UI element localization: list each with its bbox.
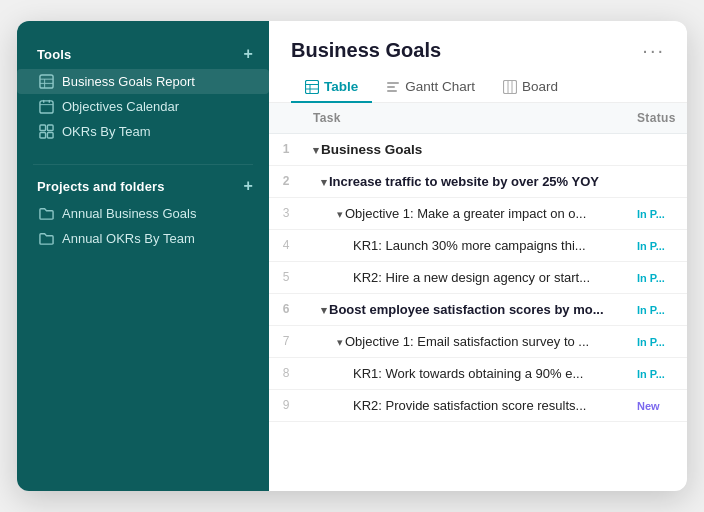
- more-options-button[interactable]: ···: [642, 39, 665, 62]
- table-row: 7▾ Objective 1: Email satisfaction surve…: [269, 325, 687, 357]
- svg-rect-11: [47, 132, 53, 138]
- tasks-table: Task Status 1▾ Business Goals2▾ Increase…: [269, 103, 687, 422]
- status-text: In P...: [637, 304, 665, 316]
- status-badge: In P...: [627, 293, 687, 325]
- row-number: 5: [269, 261, 303, 293]
- tab-gantt-label: Gantt Chart: [405, 79, 475, 94]
- folder-icon: [39, 206, 54, 221]
- chevron-icon[interactable]: ▾: [313, 144, 319, 157]
- svg-rect-12: [306, 80, 319, 93]
- projects-section: Projects and folders + Annual Business G…: [17, 171, 269, 265]
- task-label: Increase traffic to website by over 25% …: [329, 174, 599, 189]
- tab-gantt-chart[interactable]: Gantt Chart: [372, 72, 489, 103]
- sidebar: Tools + Business Goals Report: [17, 21, 269, 491]
- svg-rect-19: [504, 80, 517, 93]
- projects-section-header: Projects and folders +: [17, 171, 269, 201]
- task-cell[interactable]: ▾ Objective 1: Make a greater impact on …: [303, 197, 627, 229]
- status-badge: [627, 133, 687, 165]
- task-label: KR2: Provide satisfaction score results.…: [353, 398, 586, 413]
- status-badge: New: [627, 389, 687, 421]
- table-row: 2▾ Increase traffic to website by over 2…: [269, 165, 687, 197]
- sidebar-item-annual-okrs-by-team[interactable]: Annual OKRs By Team: [17, 226, 269, 251]
- task-cell[interactable]: ▾ Increase traffic to website by over 25…: [303, 165, 627, 197]
- row-number: 6: [269, 293, 303, 325]
- table-row: 8KR1: Work towards obtaining a 90% e...I…: [269, 357, 687, 389]
- board-tab-icon: [503, 80, 517, 94]
- chevron-icon[interactable]: ▾: [321, 304, 327, 317]
- svg-rect-16: [387, 82, 399, 84]
- status-text: In P...: [637, 272, 665, 284]
- col-task: Task: [303, 103, 627, 134]
- sidebar-item-business-goals-report[interactable]: Business Goals Report: [17, 69, 269, 94]
- tab-board[interactable]: Board: [489, 72, 572, 103]
- sidebar-item-label: Annual OKRs By Team: [62, 231, 195, 246]
- task-cell[interactable]: KR2: Provide satisfaction score results.…: [303, 389, 627, 421]
- chevron-icon[interactable]: ▾: [321, 176, 327, 189]
- sidebar-item-annual-business-goals[interactable]: Annual Business Goals: [17, 201, 269, 226]
- task-cell[interactable]: ▾ Business Goals: [303, 133, 627, 165]
- folder-icon: [39, 231, 54, 246]
- table-area: Task Status 1▾ Business Goals2▾ Increase…: [269, 103, 687, 492]
- table-row: 1▾ Business Goals: [269, 133, 687, 165]
- tools-label: Tools: [37, 47, 71, 62]
- table-row: 5KR2: Hire a new design agency or start.…: [269, 261, 687, 293]
- row-number: 1: [269, 133, 303, 165]
- tabs-bar: Table Gantt Chart Board: [269, 62, 687, 103]
- sidebar-item-label: Objectives Calendar: [62, 99, 179, 114]
- task-label: Objective 1: Make a greater impact on o.…: [345, 206, 586, 221]
- projects-add-button[interactable]: +: [244, 177, 253, 195]
- table-tab-icon: [305, 80, 319, 94]
- grid-icon: [39, 124, 54, 139]
- svg-rect-8: [40, 125, 46, 131]
- projects-label: Projects and folders: [37, 179, 165, 194]
- table-row: 6▾ Boost employee satisfaction scores by…: [269, 293, 687, 325]
- row-number: 4: [269, 229, 303, 261]
- task-cell[interactable]: KR1: Work towards obtaining a 90% e...: [303, 357, 627, 389]
- status-text: New: [637, 400, 660, 412]
- sidebar-item-label: OKRs By Team: [62, 124, 151, 139]
- row-number: 8: [269, 357, 303, 389]
- table-row: 3▾ Objective 1: Make a greater impact on…: [269, 197, 687, 229]
- task-label: Boost employee satisfaction scores by mo…: [329, 302, 604, 317]
- status-badge: In P...: [627, 229, 687, 261]
- table-icon: [39, 74, 54, 89]
- task-cell[interactable]: KR2: Hire a new design agency or start..…: [303, 261, 627, 293]
- task-cell[interactable]: ▾ Boost employee satisfaction scores by …: [303, 293, 627, 325]
- tab-table[interactable]: Table: [291, 72, 372, 103]
- sidebar-item-label: Business Goals Report: [62, 74, 195, 89]
- tools-section: Tools + Business Goals Report: [17, 39, 269, 158]
- col-status: Status: [627, 103, 687, 134]
- task-cell[interactable]: KR1: Launch 30% more campaigns thi...: [303, 229, 627, 261]
- status-badge: In P...: [627, 357, 687, 389]
- tab-table-label: Table: [324, 79, 358, 94]
- svg-rect-4: [40, 101, 53, 113]
- tools-section-header: Tools +: [17, 39, 269, 69]
- table-row: 9KR2: Provide satisfaction score results…: [269, 389, 687, 421]
- svg-rect-9: [47, 125, 53, 131]
- row-number: 9: [269, 389, 303, 421]
- chevron-icon[interactable]: ▾: [337, 208, 343, 221]
- row-number: 3: [269, 197, 303, 229]
- status-text: In P...: [637, 208, 665, 220]
- task-label: Business Goals: [321, 142, 422, 157]
- status-badge: In P...: [627, 261, 687, 293]
- main-header: Business Goals ···: [269, 21, 687, 62]
- row-number: 7: [269, 325, 303, 357]
- tools-add-button[interactable]: +: [244, 45, 253, 63]
- app-container: Tools + Business Goals Report: [17, 21, 687, 491]
- chevron-icon[interactable]: ▾: [337, 336, 343, 349]
- row-number: 2: [269, 165, 303, 197]
- table-row: 4KR1: Launch 30% more campaigns thi...In…: [269, 229, 687, 261]
- status-badge: In P...: [627, 197, 687, 229]
- task-cell[interactable]: ▾ Objective 1: Email satisfaction survey…: [303, 325, 627, 357]
- task-label: KR1: Launch 30% more campaigns thi...: [353, 238, 586, 253]
- page-title: Business Goals: [291, 39, 441, 62]
- sidebar-item-label: Annual Business Goals: [62, 206, 196, 221]
- sidebar-item-okrs-by-team[interactable]: OKRs By Team: [17, 119, 269, 144]
- status-text: In P...: [637, 336, 665, 348]
- svg-rect-0: [40, 75, 53, 88]
- svg-rect-10: [40, 132, 46, 138]
- status-badge: [627, 165, 687, 197]
- sidebar-item-objectives-calendar[interactable]: Objectives Calendar: [17, 94, 269, 119]
- sidebar-divider: [33, 164, 253, 165]
